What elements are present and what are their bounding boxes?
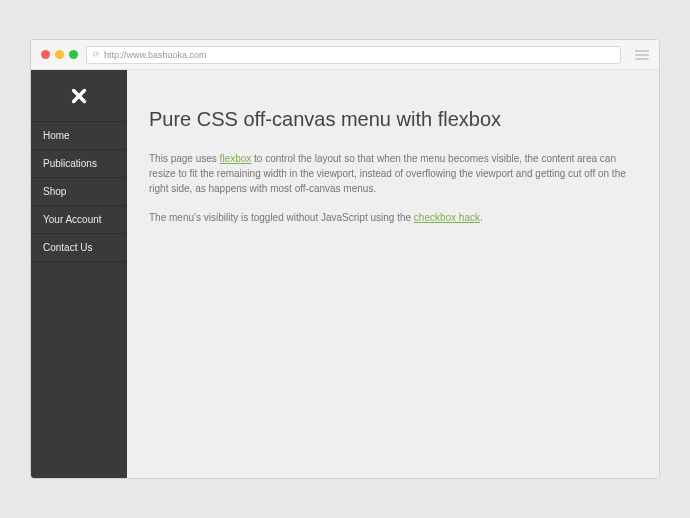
- p2-text-after: .: [480, 212, 483, 223]
- traffic-lights: [41, 50, 78, 59]
- url-bar[interactable]: ⟳ http://www.bashooka.com: [86, 46, 621, 64]
- window-close-dot[interactable]: [41, 50, 50, 59]
- flexbox-link[interactable]: flexbox: [220, 153, 252, 164]
- close-icon: [70, 87, 88, 105]
- sidebar-item-label: Contact Us: [43, 242, 92, 253]
- refresh-icon[interactable]: ⟳: [93, 50, 100, 59]
- browser-menu-icon[interactable]: [635, 50, 649, 60]
- sidebar-item-publications[interactable]: Publications: [31, 150, 127, 178]
- p2-text-before: The menu's visibility is toggled without…: [149, 212, 414, 223]
- sidebar-item-label: Shop: [43, 186, 66, 197]
- sidebar: Home Publications Shop Your Account Cont…: [31, 70, 127, 478]
- page-title: Pure CSS off-canvas menu with flexbox: [149, 108, 637, 131]
- browser-chrome: ⟳ http://www.bashooka.com: [31, 40, 659, 70]
- paragraph-2: The menu's visibility is toggled without…: [149, 210, 637, 225]
- content-area: Pure CSS off-canvas menu with flexbox Th…: [127, 70, 659, 478]
- sidebar-item-shop[interactable]: Shop: [31, 178, 127, 206]
- sidebar-item-label: Publications: [43, 158, 97, 169]
- p1-text-before: This page uses: [149, 153, 220, 164]
- url-text: http://www.bashooka.com: [104, 50, 207, 60]
- sidebar-item-home[interactable]: Home: [31, 122, 127, 150]
- paragraph-1: This page uses flexbox to control the la…: [149, 151, 637, 196]
- app-body: Home Publications Shop Your Account Cont…: [31, 70, 659, 478]
- sidebar-close-button[interactable]: [31, 70, 127, 122]
- window-maximize-dot[interactable]: [69, 50, 78, 59]
- sidebar-item-contact-us[interactable]: Contact Us: [31, 234, 127, 262]
- sidebar-item-your-account[interactable]: Your Account: [31, 206, 127, 234]
- checkbox-hack-link[interactable]: checkbox hack: [414, 212, 480, 223]
- window-minimize-dot[interactable]: [55, 50, 64, 59]
- browser-window: ⟳ http://www.bashooka.com Home Publicati…: [30, 39, 660, 479]
- sidebar-item-label: Your Account: [43, 214, 102, 225]
- sidebar-item-label: Home: [43, 130, 70, 141]
